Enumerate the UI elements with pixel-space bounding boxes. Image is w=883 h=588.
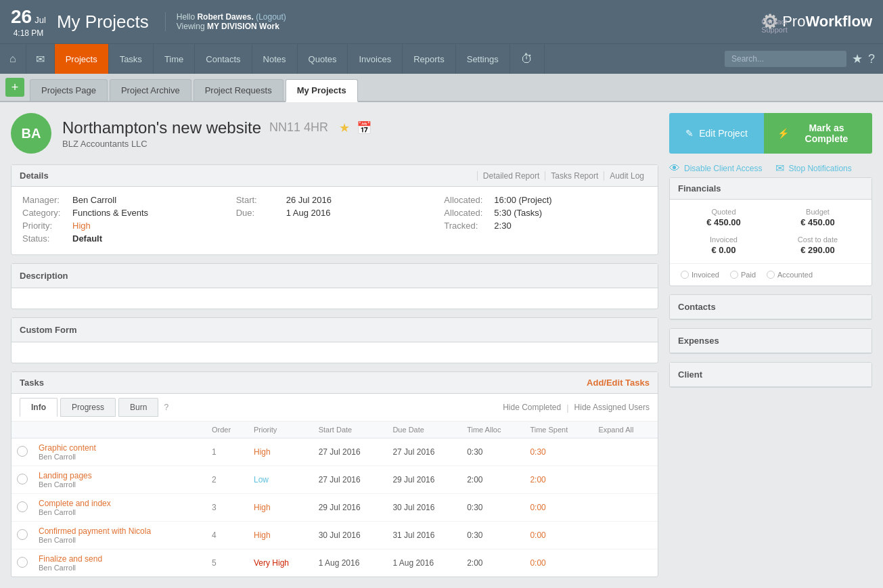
nav-notes[interactable]: Notes [252, 44, 298, 74]
hide-completed-link[interactable]: Hide Completed [503, 403, 561, 412]
task-checkbox[interactable] [17, 529, 28, 540]
due-label: Due: [236, 208, 284, 218]
tabs-bar: + Projects Page Project Archive Project … [0, 74, 883, 102]
burn-help-icon[interactable]: ? [161, 399, 171, 416]
table-row: Complete and index Ben Carroll 3 High 29… [12, 494, 658, 522]
task-checkbox-cell[interactable] [12, 549, 33, 577]
tab-project-archive[interactable]: Project Archive [110, 79, 191, 101]
description-card: Description [11, 263, 658, 309]
task-tab-progress[interactable]: Progress [60, 398, 116, 417]
description-title: Description [12, 264, 658, 288]
table-row: Graphic content Ben Carroll 1 High 27 Ju… [12, 438, 658, 466]
detailed-report-link[interactable]: Detailed Report [477, 171, 545, 181]
task-assignee: Ben Carroll [39, 480, 201, 489]
task-name-link[interactable]: Finalize and send [39, 554, 102, 564]
task-name-cell: Confirmed payment with Nicola Ben Carrol… [33, 522, 206, 549]
hide-assigned-users-link[interactable]: Hide Assigned Users [574, 403, 650, 412]
task-time-spent: 0:00 [524, 522, 593, 549]
top-action-buttons: ✎ Edit Project ⚡ Mark as Complete [669, 113, 872, 154]
tasks-report-link[interactable]: Tasks Report [545, 171, 604, 181]
nav-mail[interactable]: ✉ [26, 44, 55, 74]
due-value: 1 Aug 2016 [286, 208, 331, 218]
search-input[interactable] [725, 51, 846, 67]
quoted-label: Quoted [681, 208, 767, 216]
allocated-tasks-label: Allocated: [444, 208, 491, 218]
task-assignee: Ben Carroll [39, 508, 201, 516]
task-name-cell: Landing pages Ben Carroll [33, 466, 206, 494]
right-panel: ✎ Edit Project ⚡ Mark as Complete 👁 Disa… [669, 113, 872, 585]
task-checkbox-cell[interactable] [12, 438, 33, 466]
task-checkbox[interactable] [17, 557, 28, 568]
col-time-alloc: Time Alloc [461, 422, 524, 438]
tab-my-projects[interactable]: My Projects [286, 79, 358, 102]
task-checkbox[interactable] [17, 474, 28, 484]
nav-time[interactable]: Time [154, 44, 195, 74]
task-name-link[interactable]: Complete and index [39, 499, 111, 508]
task-start-date: 27 Jul 2016 [313, 438, 388, 466]
nav-bar: ⌂ ✉ Projects Tasks Time Contacts Notes Q… [0, 43, 883, 74]
task-name-link[interactable]: Confirmed payment with Nicola [39, 526, 151, 536]
col-expand-all[interactable]: Expand All [593, 422, 658, 438]
nav-reports[interactable]: Reports [403, 44, 456, 74]
task-checkbox[interactable] [17, 501, 28, 512]
project-calendar-icon[interactable]: 📅 [357, 120, 371, 135]
allocated-tasks-value: 5:30 (Tasks) [494, 208, 542, 218]
add-edit-tasks-link[interactable]: Add/Edit Tasks [587, 378, 650, 388]
budget-label: Budget [775, 208, 861, 216]
stop-notifications-label: Stop Notifications [788, 164, 851, 173]
nav-settings[interactable]: Settings [456, 44, 510, 74]
category-label: Category: [22, 208, 70, 218]
nav-timer[interactable]: ⏱ [510, 44, 545, 74]
tab-project-requests[interactable]: Project Requests [194, 79, 284, 101]
star-icon[interactable]: ★ [852, 51, 863, 66]
task-checkbox[interactable] [17, 446, 28, 457]
col-time-spent: Time Spent [524, 422, 593, 438]
custom-form-title: Custom Form [12, 318, 658, 342]
task-time-spent: 2:00 [524, 466, 593, 494]
header-time: 4:18 PM [11, 28, 46, 38]
accounted-radio[interactable] [767, 271, 775, 279]
edit-project-button[interactable]: ✎ Edit Project [669, 113, 764, 154]
nav-home[interactable]: ⌂ [0, 44, 26, 74]
disable-client-access[interactable]: 👁 Disable Client Access [669, 162, 762, 175]
mark-complete-button[interactable]: ⚡ Mark as Complete [764, 113, 872, 154]
task-tab-info[interactable]: Info [20, 398, 58, 417]
client-title[interactable]: Client [670, 363, 871, 387]
project-avatar: BA [11, 113, 51, 154]
task-name-link[interactable]: Graphic content [39, 443, 96, 453]
paid-radio[interactable] [730, 271, 738, 279]
expenses-title[interactable]: Expenses [670, 329, 871, 353]
task-name-link[interactable]: Landing pages [39, 471, 92, 480]
audit-log-link[interactable]: Audit Log [604, 171, 650, 181]
expenses-card: Expenses [669, 328, 872, 354]
col-start-date: Start Date [313, 422, 388, 438]
cost-to-date-item: Cost to date € 290.00 [775, 235, 861, 255]
task-checkbox-cell[interactable] [12, 466, 33, 494]
nav-tasks[interactable]: Tasks [109, 44, 154, 74]
mail-icon: ✉ [775, 162, 784, 175]
contacts-title[interactable]: Contacts [670, 295, 871, 319]
logout-link[interactable]: (Logout) [256, 12, 286, 22]
financial-status-row: Invoiced Paid Accounted [670, 263, 871, 286]
nav-projects[interactable]: Projects [55, 44, 109, 74]
invoiced-radio[interactable] [681, 271, 689, 279]
project-star-icon[interactable]: ★ [339, 120, 350, 135]
task-expand [593, 549, 658, 577]
task-checkbox-cell[interactable] [12, 522, 33, 549]
details-title: Details [20, 171, 49, 181]
stop-notifications[interactable]: ✉ Stop Notifications [775, 162, 851, 175]
task-rows: Graphic content Ben Carroll 1 High 27 Ju… [12, 438, 658, 577]
help-icon[interactable]: ? [868, 52, 875, 66]
quoted-value: € 450.00 [681, 217, 767, 227]
tab-projects-page[interactable]: Projects Page [30, 79, 108, 101]
nav-quotes[interactable]: Quotes [298, 44, 348, 74]
task-checkbox-cell[interactable] [12, 494, 33, 522]
add-project-button[interactable]: + [5, 78, 24, 97]
nav-invoices[interactable]: Invoices [348, 44, 403, 74]
contact-support[interactable]: Contact Support [761, 18, 805, 34]
nav-contacts[interactable]: Contacts [195, 44, 252, 74]
task-time-alloc: 2:00 [461, 466, 524, 494]
task-name-cell: Graphic content Ben Carroll [33, 438, 206, 466]
accounted-status-label: Accounted [777, 271, 813, 279]
task-tab-burn[interactable]: Burn [118, 398, 158, 417]
